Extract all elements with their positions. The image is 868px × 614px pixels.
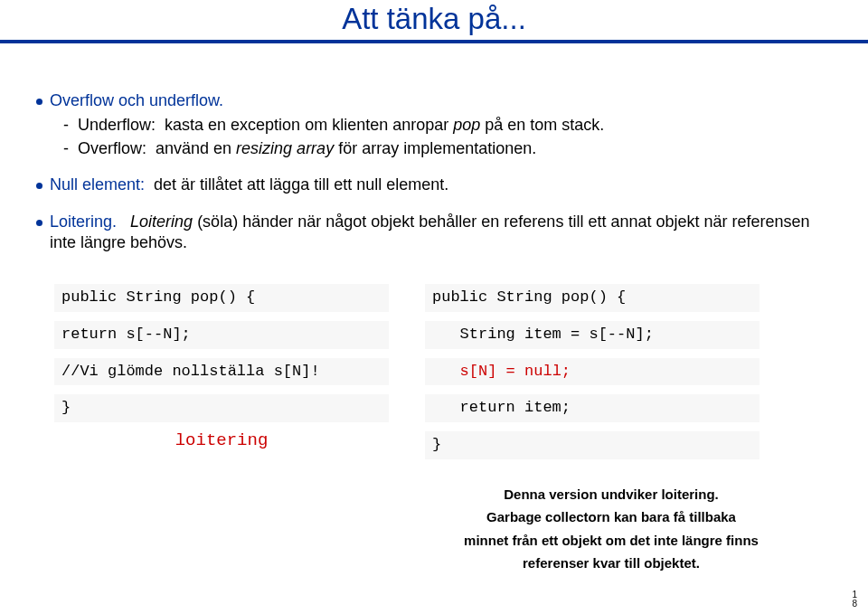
bullet-text: Loitering. Loitering (söla) händer när n… [50, 212, 832, 253]
bullet-text: Null element: det är tillåtet att lägga … [50, 175, 448, 195]
bullet-lead: Loitering. [50, 213, 117, 231]
code-indent [432, 363, 460, 380]
code-line: public String pop() { [425, 284, 760, 312]
sub-text-post: på en tom stack. [480, 116, 604, 134]
italic-loitering: Loitering [130, 213, 193, 231]
page-number: 1 8 [852, 590, 857, 609]
title-bar: Att tänka på... [0, 0, 868, 80]
bullet-lead: Overflow och underflow. [50, 91, 223, 109]
code-line: } [54, 394, 389, 422]
code-line: return item; [425, 394, 760, 422]
code-area: public String pop() { return s[--N]; //V… [54, 284, 832, 575]
code-line: } [425, 431, 760, 459]
code-line: return s[--N]; [54, 321, 389, 349]
note-line: minnet från ett objekt om det inte längr… [463, 529, 760, 553]
bullet-loitering: Loitering. Loitering (söla) händer när n… [36, 212, 832, 253]
sub-text-post: för array implementationen. [334, 139, 536, 157]
bullet-rest: det är tillåtet att lägga till ett null … [145, 175, 448, 194]
sub-text: - Underflow: kasta en exception om klien… [63, 116, 453, 134]
slide-title: Att tänka på... [0, 0, 868, 36]
bullet-overflow-underflow: Overflow och underflow. [36, 90, 832, 111]
code-left-column: public String pop() { return s[--N]; //V… [54, 284, 389, 451]
code-line: s[N] = null; [425, 358, 760, 386]
bullet-dot [36, 99, 42, 105]
note-line: Denna version undviker loitering. [463, 483, 760, 506]
sub-underflow: - Underflow: kasta en exception om klien… [63, 115, 832, 136]
page-num-bottom: 8 [852, 600, 857, 609]
bullet-dot [36, 220, 42, 226]
note-line: Garbage collectorn kan bara få tillbaka [463, 505, 760, 529]
code-line: String item = s[--N]; [425, 321, 760, 349]
italic-pop: pop [453, 116, 480, 134]
sub-overflow: - Overflow: använd en resizing array för… [63, 138, 832, 159]
bullet-lead: Null element: [50, 175, 145, 194]
title-rule [0, 40, 868, 43]
sub-text: - Overflow: använd en [63, 139, 236, 157]
bullet-dot [36, 183, 42, 189]
code-right-column: public String pop() { String item = s[--… [425, 284, 760, 575]
loitering-note: Denna version undviker loitering. Garbag… [463, 483, 760, 575]
loitering-label: loitering [54, 430, 389, 451]
italic-resizing: resizing array [236, 139, 334, 157]
code-null-assignment: s[N] = null; [460, 363, 571, 380]
bullet-null-element: Null element: det är tillåtet att lägga … [36, 175, 832, 195]
bullet-text: Overflow och underflow. [50, 90, 223, 111]
content-area: Overflow och underflow. - Underflow: kas… [0, 80, 868, 575]
code-line: //Vi glömde nollställa s[N]! [54, 358, 389, 386]
note-line: referenser kvar till objektet. [463, 552, 760, 575]
code-line: public String pop() { [54, 284, 389, 312]
slide: Att tänka på... Overflow och underflow. … [0, 0, 868, 614]
